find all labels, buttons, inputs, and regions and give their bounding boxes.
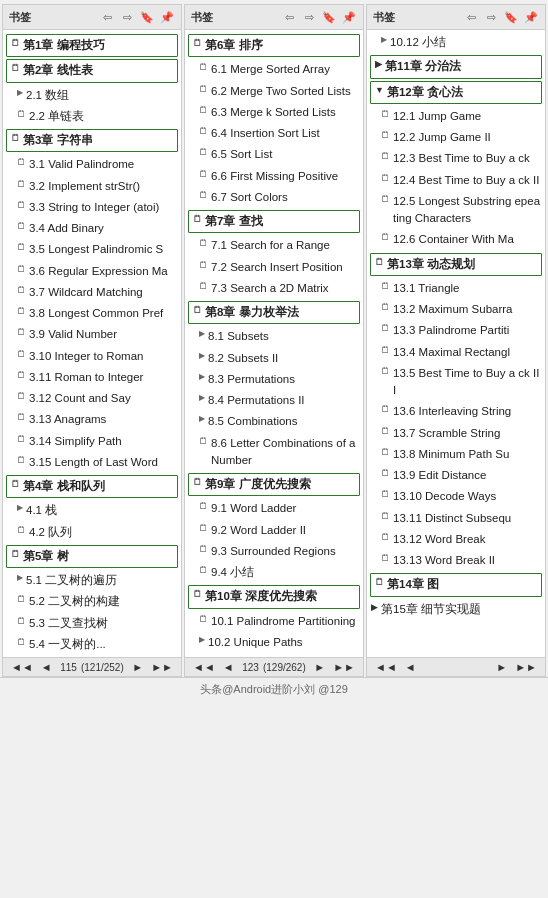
list-item[interactable]: 🗒第4章 栈和队列 <box>6 475 178 498</box>
list-item[interactable]: 🗒12.5 Longest Substring epeating Charact… <box>367 191 545 230</box>
list-item[interactable]: 🗒3.11 Roman to Integer <box>3 367 181 388</box>
list-item[interactable]: 🗒第7章 查找 <box>188 210 360 233</box>
list-item[interactable]: 🗒12.6 Container With Ma <box>367 229 545 250</box>
list-item[interactable]: 🗒5.3 二叉查找树 <box>3 613 181 634</box>
list-item[interactable]: 🗒13.13 Word Break II <box>367 550 545 571</box>
list-item[interactable]: 🗒第10章 深度优先搜索 <box>188 585 360 608</box>
list-item[interactable]: ▶第11章 分治法 <box>370 55 542 78</box>
list-item[interactable]: 🗒第5章 树 <box>6 545 178 568</box>
list-item[interactable]: 🗒2.2 单链表 <box>3 106 181 127</box>
list-item[interactable]: 🗒第6章 排序 <box>188 34 360 57</box>
list-item[interactable]: ▶2.1 数组 <box>3 85 181 106</box>
list-item[interactable]: 🗒13.6 Interleaving String <box>367 401 545 422</box>
list-item[interactable]: 🗒5.4 一叉树的... <box>3 634 181 655</box>
list-item[interactable]: 🗒5.2 二叉树的构建 <box>3 591 181 612</box>
col1-pin-icon[interactable]: 📌 <box>159 9 175 25</box>
list-item[interactable]: 🗒13.9 Edit Distance <box>367 465 545 486</box>
list-item[interactable]: 🗒13.2 Maximum Subarra <box>367 299 545 320</box>
col1-nav-next[interactable]: ► <box>130 661 145 673</box>
col3-back-icon[interactable]: ⇦ <box>463 9 479 25</box>
list-item[interactable]: ▶10.2 Unique Paths <box>185 632 363 653</box>
list-item[interactable]: 🗒3.5 Longest Palindromic S <box>3 239 181 260</box>
col3-bookmark-icon[interactable]: 🔖 <box>503 9 519 25</box>
list-item[interactable]: 🗒3.8 Longest Common Pref <box>3 303 181 324</box>
list-item[interactable]: 🗒第1章 编程技巧 <box>6 34 178 57</box>
list-item[interactable]: 🗒3.14 Simplify Path <box>3 431 181 452</box>
list-item[interactable]: 🗒13.11 Distinct Subsequ <box>367 508 545 529</box>
list-item[interactable]: 🗒6.7 Sort Colors <box>185 187 363 208</box>
list-item[interactable]: ▶10.12 小结 <box>367 32 545 53</box>
col1-nav-first[interactable]: ◄◄ <box>9 661 35 673</box>
list-item[interactable]: 🗒13.12 Word Break <box>367 529 545 550</box>
list-item[interactable]: 🗒13.4 Maximal Rectangl <box>367 342 545 363</box>
list-item[interactable]: 🗒3.10 Integer to Roman <box>3 346 181 367</box>
list-item[interactable]: 🗒3.6 Regular Expression Ma <box>3 261 181 282</box>
list-item[interactable]: 🗒12.4 Best Time to Buy a ck II <box>367 170 545 191</box>
list-item[interactable]: 🗒9.4 小结 <box>185 562 363 583</box>
list-item[interactable]: ▶8.1 Subsets <box>185 326 363 347</box>
list-item[interactable]: 🗒6.5 Sort List <box>185 144 363 165</box>
list-item[interactable]: 🗒7.2 Search Insert Position <box>185 257 363 278</box>
list-item[interactable]: 🗒9.3 Surrounded Regions <box>185 541 363 562</box>
col1-nav-prev[interactable]: ◄ <box>39 661 54 673</box>
col1-bookmark-icon[interactable]: 🔖 <box>139 9 155 25</box>
col1-back-icon[interactable]: ⇦ <box>99 9 115 25</box>
list-item[interactable]: 🗒第2章 线性表 <box>6 59 178 82</box>
col2-nav-prev[interactable]: ◄ <box>221 661 236 673</box>
list-item[interactable]: 🗒3.12 Count and Say <box>3 388 181 409</box>
list-item[interactable]: 🗒3.2 Implement strStr() <box>3 176 181 197</box>
list-item[interactable]: 🗒9.1 Word Ladder <box>185 498 363 519</box>
list-item[interactable]: 🗒9.2 Word Ladder II <box>185 520 363 541</box>
list-item[interactable]: 🗒12.3 Best Time to Buy a ck <box>367 148 545 169</box>
list-item[interactable]: 🗒13.10 Decode Ways <box>367 486 545 507</box>
list-item[interactable]: 🗒13.5 Best Time to Buy a ck III <box>367 363 545 402</box>
list-item[interactable]: 🗒13.1 Triangle <box>367 278 545 299</box>
list-item[interactable]: 🗒3.9 Valid Number <box>3 324 181 345</box>
list-item[interactable]: ▶5.1 二叉树的遍历 <box>3 570 181 591</box>
col3-pin-icon[interactable]: 📌 <box>523 9 539 25</box>
list-item[interactable]: 🗒13.8 Minimum Path Su <box>367 444 545 465</box>
list-item[interactable]: 🗒第3章 字符串 <box>6 129 178 152</box>
col2-forward-icon[interactable]: ⇨ <box>301 9 317 25</box>
list-item[interactable]: 🗒3.15 Length of Last Word <box>3 452 181 473</box>
list-item[interactable]: 🗒第8章 暴力枚举法 <box>188 301 360 324</box>
list-item[interactable]: 🗒3.7 Wildcard Matching <box>3 282 181 303</box>
list-item[interactable]: ▶8.2 Subsets II <box>185 348 363 369</box>
col3-nav-prev[interactable]: ◄ <box>403 661 418 673</box>
col3-nav-next[interactable]: ► <box>494 661 509 673</box>
list-item[interactable]: 🗒6.2 Merge Two Sorted Lists <box>185 81 363 102</box>
col3-nav-first[interactable]: ◄◄ <box>373 661 399 673</box>
col3-forward-icon[interactable]: ⇨ <box>483 9 499 25</box>
list-item[interactable]: 🗒12.2 Jump Game II <box>367 127 545 148</box>
list-item[interactable]: 🗒6.3 Merge k Sorted Lists <box>185 102 363 123</box>
list-item[interactable]: 🗒第13章 动态规划 <box>370 253 542 276</box>
list-item[interactable]: ▼第12章 贪心法 <box>370 81 542 104</box>
list-item[interactable]: ▶8.3 Permutations <box>185 369 363 390</box>
list-item[interactable]: 🗒10.1 Palindrome Partitioning <box>185 611 363 632</box>
list-item[interactable]: 🗒13.7 Scramble String <box>367 423 545 444</box>
col2-bookmark-icon[interactable]: 🔖 <box>321 9 337 25</box>
col1-nav-last[interactable]: ►► <box>149 661 175 673</box>
col1-forward-icon[interactable]: ⇨ <box>119 9 135 25</box>
list-item[interactable]: 🗒12.1 Jump Game <box>367 106 545 127</box>
list-item[interactable]: ▶8.4 Permutations II <box>185 390 363 411</box>
col2-nav-last[interactable]: ►► <box>331 661 357 673</box>
list-item[interactable]: 🗒13.3 Palindrome Partiti <box>367 320 545 341</box>
list-item[interactable]: 🗒3.13 Anagrams <box>3 409 181 430</box>
list-item[interactable]: 🗒8.6 Letter Combinations of a Number <box>185 433 363 472</box>
list-item[interactable]: ▶第15章 细节实现题 <box>367 599 545 620</box>
list-item[interactable]: 🗒3.1 Valid Palindrome <box>3 154 181 175</box>
list-item[interactable]: 🗒7.3 Search a 2D Matrix <box>185 278 363 299</box>
col2-nav-next[interactable]: ► <box>312 661 327 673</box>
list-item[interactable]: 🗒4.2 队列 <box>3 522 181 543</box>
col2-pin-icon[interactable]: 📌 <box>341 9 357 25</box>
col3-nav-last[interactable]: ►► <box>513 661 539 673</box>
list-item[interactable]: 🗒3.3 String to Integer (atoi) <box>3 197 181 218</box>
col2-back-icon[interactable]: ⇦ <box>281 9 297 25</box>
list-item[interactable]: 🗒第9章 广度优先搜索 <box>188 473 360 496</box>
col2-nav-first[interactable]: ◄◄ <box>191 661 217 673</box>
list-item[interactable]: ▶8.5 Combinations <box>185 411 363 432</box>
list-item[interactable]: 🗒第14章 图 <box>370 573 542 596</box>
list-item[interactable]: 🗒7.1 Search for a Range <box>185 235 363 256</box>
list-item[interactable]: 🗒6.1 Merge Sorted Array <box>185 59 363 80</box>
